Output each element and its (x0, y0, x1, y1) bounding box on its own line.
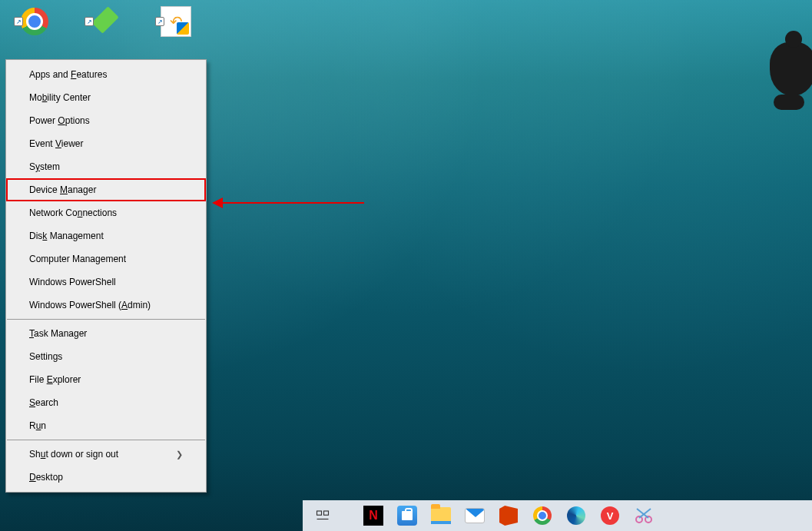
taskbar: N (303, 500, 812, 531)
winx-context-menu: Apps and Features Mobility Center Power … (5, 59, 207, 493)
menu-separator (7, 440, 205, 440)
shortcut-overlay-icon: ↗ (155, 17, 164, 26)
menu-item-network-connections[interactable]: Network Connections (6, 201, 206, 224)
task-view-button[interactable] (310, 503, 335, 528)
netflix-app[interactable]: N (361, 503, 386, 528)
menu-item-apps-features[interactable]: Apps and Features (6, 63, 206, 86)
office-app[interactable] (496, 503, 521, 528)
menu-item-mobility-center[interactable]: Mobility Center (6, 86, 206, 109)
mail-app[interactable] (462, 503, 487, 528)
menu-separator (7, 319, 205, 320)
menu-item-disk-management[interactable]: Disk Management (6, 224, 206, 247)
menu-item-shutdown-signout[interactable]: Shut down or sign out❯ (6, 443, 206, 466)
desktop-icons: ↗ ↗ ↶ ↗ (14, 6, 197, 37)
chrome-app[interactable] (530, 503, 555, 528)
menu-item-power-options[interactable]: Power Options (6, 109, 206, 132)
edge-icon (567, 506, 585, 525)
shortcut-overlay-icon: ↗ (85, 17, 94, 26)
mail-icon (465, 508, 485, 523)
chrome-shortcut[interactable]: ↗ (14, 6, 55, 37)
vivaldi-icon (601, 506, 619, 525)
snip-sketch-app[interactable] (631, 503, 656, 528)
svg-rect-1 (324, 511, 329, 515)
vivaldi-app[interactable] (598, 503, 622, 528)
menu-item-search[interactable]: Search (6, 391, 206, 414)
chrome-icon (533, 506, 552, 525)
stellar-icon: ↶ (161, 6, 191, 37)
store-icon (397, 506, 417, 526)
edge-app[interactable] (564, 503, 588, 528)
menu-item-powershell[interactable]: Windows PowerShell (6, 270, 206, 294)
stellar-shortcut[interactable]: ↶ ↗ (155, 6, 197, 37)
menu-item-run[interactable]: Run (6, 414, 206, 437)
menu-item-settings[interactable]: Settings (6, 345, 206, 368)
task-view-icon (316, 509, 330, 523)
microsoft-store-app[interactable] (395, 503, 419, 528)
menu-item-event-viewer[interactable]: Event Viewer (6, 132, 206, 155)
shortcut-overlay-icon: ↗ (14, 17, 23, 26)
menu-item-file-explorer[interactable]: File Explorer (6, 368, 206, 391)
svg-rect-0 (317, 511, 322, 515)
menu-item-system[interactable]: System (6, 155, 206, 178)
office-icon (499, 506, 518, 526)
menu-item-desktop[interactable]: Desktop (6, 466, 206, 489)
chrome-icon (21, 8, 48, 35)
folder-icon (431, 507, 451, 524)
menu-item-computer-management[interactable]: Computer Management (6, 247, 206, 270)
file-explorer-app[interactable] (429, 503, 453, 528)
menu-item-device-manager[interactable]: Device Manager (6, 178, 206, 201)
wallpaper-diver (770, 42, 812, 96)
chevron-right-icon: ❯ (176, 450, 183, 460)
menu-item-powershell-admin[interactable]: Windows PowerShell (Admin) (6, 294, 206, 317)
netflix-icon: N (363, 506, 383, 526)
sims-shortcut[interactable]: ↗ (85, 6, 126, 37)
menu-item-task-manager[interactable]: Task Manager (6, 322, 206, 345)
snip-icon (634, 507, 654, 524)
sims-icon (91, 6, 118, 33)
